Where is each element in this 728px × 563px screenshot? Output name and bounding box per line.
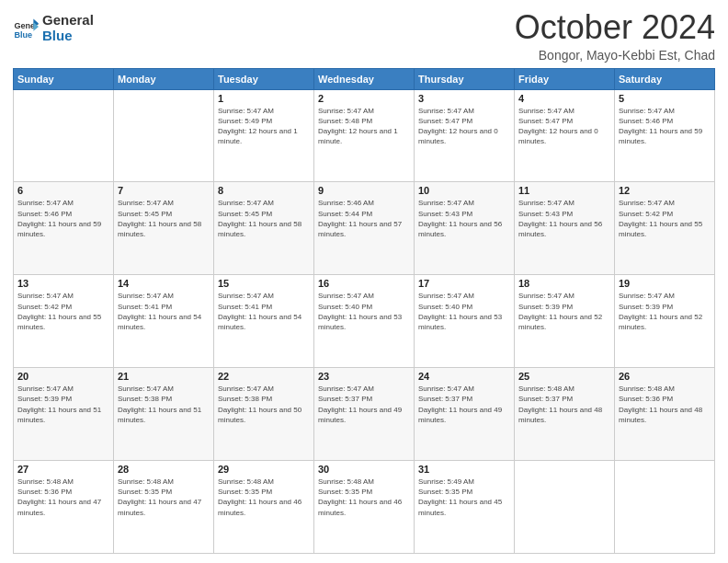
day-info: Sunrise: 5:47 AM Sunset: 5:43 PM Dayligh… <box>418 198 510 239</box>
calendar-cell: 4Sunrise: 5:47 AM Sunset: 5:47 PM Daylig… <box>515 89 615 182</box>
calendar-cell: 21Sunrise: 5:47 AM Sunset: 5:38 PM Dayli… <box>114 368 214 461</box>
day-number: 21 <box>118 371 210 382</box>
calendar-cell: 12Sunrise: 5:47 AM Sunset: 5:42 PM Dayli… <box>615 182 715 275</box>
weekday-header-sunday: Sunday <box>14 68 114 89</box>
day-number: 27 <box>17 464 109 475</box>
calendar-cell: 8Sunrise: 5:47 AM Sunset: 5:45 PM Daylig… <box>214 182 314 275</box>
page: General Blue General Blue October 2024 B… <box>0 0 728 563</box>
calendar-cell: 30Sunrise: 5:48 AM Sunset: 5:35 PM Dayli… <box>314 461 415 554</box>
calendar-cell: 18Sunrise: 5:47 AM Sunset: 5:39 PM Dayli… <box>515 275 615 368</box>
day-number: 14 <box>118 278 210 289</box>
day-info: Sunrise: 5:47 AM Sunset: 5:48 PM Dayligh… <box>318 106 410 147</box>
calendar-cell: 20Sunrise: 5:47 AM Sunset: 5:39 PM Dayli… <box>14 368 114 461</box>
day-number: 28 <box>118 464 210 475</box>
day-info: Sunrise: 5:47 AM Sunset: 5:39 PM Dayligh… <box>619 291 711 332</box>
day-info: Sunrise: 5:47 AM Sunset: 5:39 PM Dayligh… <box>518 291 610 332</box>
calendar-cell <box>615 461 715 554</box>
day-info: Sunrise: 5:48 AM Sunset: 5:35 PM Dayligh… <box>118 477 210 518</box>
header: General Blue General Blue October 2024 B… <box>13 9 715 63</box>
day-number: 9 <box>318 185 410 196</box>
day-info: Sunrise: 5:48 AM Sunset: 5:36 PM Dayligh… <box>17 477 109 518</box>
day-number: 25 <box>518 371 610 382</box>
calendar-cell: 28Sunrise: 5:48 AM Sunset: 5:35 PM Dayli… <box>114 461 214 554</box>
day-info: Sunrise: 5:47 AM Sunset: 5:37 PM Dayligh… <box>418 384 510 425</box>
calendar-cell: 16Sunrise: 5:47 AM Sunset: 5:40 PM Dayli… <box>314 275 415 368</box>
day-number: 10 <box>418 185 510 196</box>
title-block: October 2024 Bongor, Mayo-Kebbi Est, Cha… <box>515 9 715 63</box>
calendar-cell <box>114 89 214 182</box>
day-number: 24 <box>418 371 510 382</box>
calendar-week-3: 13Sunrise: 5:47 AM Sunset: 5:42 PM Dayli… <box>14 275 715 368</box>
calendar-body: 1Sunrise: 5:47 AM Sunset: 5:49 PM Daylig… <box>14 89 715 553</box>
calendar-cell: 1Sunrise: 5:47 AM Sunset: 5:49 PM Daylig… <box>214 89 314 182</box>
day-info: Sunrise: 5:47 AM Sunset: 5:38 PM Dayligh… <box>218 384 310 425</box>
day-info: Sunrise: 5:47 AM Sunset: 5:41 PM Dayligh… <box>218 291 310 332</box>
weekday-header-monday: Monday <box>114 68 214 89</box>
day-info: Sunrise: 5:47 AM Sunset: 5:43 PM Dayligh… <box>518 198 610 239</box>
day-number: 19 <box>619 278 711 289</box>
weekday-header-friday: Friday <box>515 68 615 89</box>
day-number: 29 <box>218 464 310 475</box>
calendar-week-2: 6Sunrise: 5:47 AM Sunset: 5:46 PM Daylig… <box>14 182 715 275</box>
calendar-cell: 25Sunrise: 5:48 AM Sunset: 5:37 PM Dayli… <box>515 368 615 461</box>
day-number: 7 <box>118 185 210 196</box>
logo-icon: General Blue <box>13 16 39 41</box>
day-info: Sunrise: 5:47 AM Sunset: 5:47 PM Dayligh… <box>518 106 610 147</box>
day-number: 12 <box>619 185 711 196</box>
day-number: 31 <box>418 464 510 475</box>
day-number: 5 <box>619 93 711 104</box>
day-number: 23 <box>318 371 410 382</box>
day-number: 6 <box>17 185 109 196</box>
calendar-cell <box>515 461 615 554</box>
calendar-header-row: SundayMondayTuesdayWednesdayThursdayFrid… <box>14 68 715 89</box>
day-number: 16 <box>318 278 410 289</box>
day-number: 4 <box>518 93 610 104</box>
logo-general: General <box>42 13 94 29</box>
logo: General Blue General Blue <box>13 13 94 43</box>
month-title: October 2024 <box>515 9 715 46</box>
day-number: 1 <box>218 93 310 104</box>
day-info: Sunrise: 5:47 AM Sunset: 5:45 PM Dayligh… <box>218 198 310 239</box>
weekday-header-tuesday: Tuesday <box>214 68 314 89</box>
day-number: 8 <box>218 185 310 196</box>
calendar-cell: 26Sunrise: 5:48 AM Sunset: 5:36 PM Dayli… <box>615 368 715 461</box>
calendar-cell: 15Sunrise: 5:47 AM Sunset: 5:41 PM Dayli… <box>214 275 314 368</box>
svg-text:Blue: Blue <box>14 29 32 39</box>
day-info: Sunrise: 5:47 AM Sunset: 5:38 PM Dayligh… <box>118 384 210 425</box>
day-number: 13 <box>17 278 109 289</box>
day-info: Sunrise: 5:47 AM Sunset: 5:39 PM Dayligh… <box>17 384 109 425</box>
day-number: 26 <box>619 371 711 382</box>
day-number: 17 <box>418 278 510 289</box>
calendar-cell: 14Sunrise: 5:47 AM Sunset: 5:41 PM Dayli… <box>114 275 214 368</box>
calendar-cell: 13Sunrise: 5:47 AM Sunset: 5:42 PM Dayli… <box>14 275 114 368</box>
day-info: Sunrise: 5:47 AM Sunset: 5:42 PM Dayligh… <box>619 198 711 239</box>
day-info: Sunrise: 5:47 AM Sunset: 5:37 PM Dayligh… <box>318 384 410 425</box>
logo-blue: Blue <box>42 29 94 44</box>
day-info: Sunrise: 5:47 AM Sunset: 5:47 PM Dayligh… <box>418 106 510 147</box>
calendar-cell: 17Sunrise: 5:47 AM Sunset: 5:40 PM Dayli… <box>415 275 515 368</box>
day-info: Sunrise: 5:47 AM Sunset: 5:46 PM Dayligh… <box>17 198 109 239</box>
calendar-cell: 31Sunrise: 5:49 AM Sunset: 5:35 PM Dayli… <box>415 461 515 554</box>
day-info: Sunrise: 5:47 AM Sunset: 5:40 PM Dayligh… <box>418 291 510 332</box>
calendar-cell <box>14 89 114 182</box>
calendar-week-1: 1Sunrise: 5:47 AM Sunset: 5:49 PM Daylig… <box>14 89 715 182</box>
day-info: Sunrise: 5:47 AM Sunset: 5:42 PM Dayligh… <box>17 291 109 332</box>
calendar-cell: 24Sunrise: 5:47 AM Sunset: 5:37 PM Dayli… <box>415 368 515 461</box>
day-info: Sunrise: 5:48 AM Sunset: 5:35 PM Dayligh… <box>318 477 410 518</box>
day-number: 2 <box>318 93 410 104</box>
weekday-header-saturday: Saturday <box>615 68 715 89</box>
day-number: 22 <box>218 371 310 382</box>
day-number: 18 <box>518 278 610 289</box>
day-info: Sunrise: 5:47 AM Sunset: 5:40 PM Dayligh… <box>318 291 410 332</box>
calendar-cell: 29Sunrise: 5:48 AM Sunset: 5:35 PM Dayli… <box>214 461 314 554</box>
weekday-header-wednesday: Wednesday <box>314 68 415 89</box>
calendar-cell: 11Sunrise: 5:47 AM Sunset: 5:43 PM Dayli… <box>515 182 615 275</box>
calendar-week-5: 27Sunrise: 5:48 AM Sunset: 5:36 PM Dayli… <box>14 461 715 554</box>
day-info: Sunrise: 5:46 AM Sunset: 5:44 PM Dayligh… <box>318 198 410 239</box>
calendar-cell: 7Sunrise: 5:47 AM Sunset: 5:45 PM Daylig… <box>114 182 214 275</box>
day-info: Sunrise: 5:48 AM Sunset: 5:37 PM Dayligh… <box>518 384 610 425</box>
day-info: Sunrise: 5:49 AM Sunset: 5:35 PM Dayligh… <box>418 477 510 518</box>
calendar-cell: 19Sunrise: 5:47 AM Sunset: 5:39 PM Dayli… <box>615 275 715 368</box>
calendar-cell: 22Sunrise: 5:47 AM Sunset: 5:38 PM Dayli… <box>214 368 314 461</box>
day-info: Sunrise: 5:47 AM Sunset: 5:49 PM Dayligh… <box>218 106 310 147</box>
